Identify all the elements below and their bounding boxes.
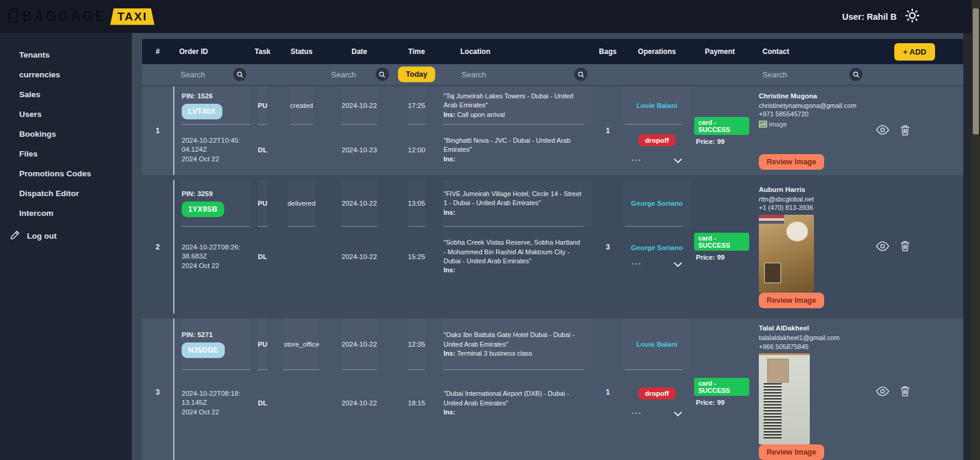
broken-image-alt: image [769, 121, 787, 128]
time-cell: 12:35 18:15 [391, 318, 442, 460]
operator-link[interactable]: Louie Balani [637, 341, 677, 348]
id-card-image[interactable] [759, 353, 810, 444]
chevron-down-icon[interactable] [674, 155, 682, 166]
chevron-down-icon[interactable] [674, 408, 682, 419]
suitcase-icon [8, 11, 18, 23]
eye-icon [876, 125, 889, 137]
eye-icon [876, 386, 889, 398]
ellipsis-menu[interactable]: ... [632, 260, 642, 264]
created-date: 2024 Oct 22 [182, 155, 250, 164]
review-image-button[interactable]: Review Image [759, 293, 824, 308]
contact-cell: Auburn Harris rttn@sbcglobal.net +1 (470… [749, 180, 866, 314]
order-code-badge[interactable]: N35DDE [182, 342, 225, 358]
contact-search-input[interactable] [761, 70, 800, 80]
review-image-button[interactable]: Review Image [759, 444, 824, 460]
status-cell: created [275, 86, 328, 175]
bags-cell: 3 [592, 180, 623, 314]
location-search-input[interactable] [460, 70, 499, 80]
status-pu: created [290, 102, 313, 109]
ellipsis-menu[interactable]: ... [632, 157, 642, 160]
pickup-location: "Taj Jumeirah Lakes Towers - Dubai - Uni… [444, 92, 584, 110]
order-search-input[interactable] [179, 70, 218, 80]
date-cell: 2024-10-22 2024-10-23 [328, 86, 391, 175]
sidebar-item-dispatch-editor[interactable]: Dispatch Editor [0, 184, 132, 203]
search-icon[interactable] [849, 68, 863, 81]
pickup-location: "Oaks Ibn Battuta Gate Hotel Dubai - Dub… [444, 330, 584, 349]
delete-button[interactable] [900, 125, 910, 137]
date-search-input[interactable] [330, 70, 369, 80]
today-filter-button[interactable]: Today [398, 67, 435, 82]
contact-email: rttn@sbcglobal.net [759, 195, 863, 204]
payment-cell: card - SUCCESS Price: 99 [690, 318, 749, 460]
table-row: 1 PIN: 1526 LVT40X 2024-10-22T10:45:04.1… [142, 86, 963, 175]
eye-icon [876, 241, 889, 253]
row-number: 1 [142, 86, 173, 175]
time-cell: 13:05 15:25 [391, 180, 442, 314]
operations-more[interactable]: ... [632, 258, 682, 269]
col-payment: Payment [690, 47, 749, 56]
location-cell: "FIVE Jumeirah Village Hotel, Circle 14 … [442, 180, 592, 314]
vertical-scrollbar [972, 0, 980, 460]
time-dl: 15:25 [408, 253, 426, 260]
sidebar-item-tenants[interactable]: Tenants [0, 45, 132, 65]
search-icon[interactable] [574, 68, 587, 81]
sidebar-item-bookings[interactable]: Bookings [0, 124, 132, 144]
sidebar-item-files[interactable]: Files [0, 144, 132, 164]
table-row: 3 PIN: 5271 N35DDE 2024-10-22T08:18:13.1… [142, 318, 963, 460]
row-number: 3 [142, 318, 173, 460]
sidebar-item-users[interactable]: Users [0, 104, 132, 124]
view-button[interactable] [876, 241, 889, 253]
operations-more[interactable]: ... [632, 408, 682, 419]
logout-label: Log out [27, 231, 56, 240]
order-code-badge[interactable]: 1YX9SB [182, 202, 224, 217]
sidebar-item-promotions-codes[interactable]: Promotions Codes [0, 164, 132, 184]
row-number: 2 [142, 180, 173, 314]
status-cell: store_office [275, 318, 328, 460]
add-button[interactable]: + ADD [894, 43, 936, 61]
operator-link[interactable]: George Soriano [631, 200, 683, 207]
ellipsis-menu[interactable]: ... [632, 410, 642, 413]
contact-phone: +971 585545720 [759, 110, 863, 119]
col-num: # [142, 47, 173, 56]
time-dl: 18:15 [408, 399, 426, 407]
contact-cell: Christine Mugona christinetynamugona@gma… [749, 86, 866, 175]
contact-name: Christine Mugona [759, 92, 863, 101]
dropoff-badge[interactable]: dropoff [638, 387, 676, 399]
created-date: 2024 Oct 22 [182, 408, 250, 417]
delete-button[interactable] [900, 386, 910, 398]
row-actions [866, 318, 963, 460]
operations-cell: Louie Balani dropoff ... [623, 318, 690, 460]
search-icon[interactable] [233, 68, 246, 81]
table-right-gutter [963, 33, 972, 460]
theme-toggle-button[interactable] [904, 8, 920, 25]
sidebar-item-intercom[interactable]: Intercom [0, 203, 132, 223]
dropoff-badge[interactable]: dropoff [638, 134, 676, 146]
delete-button[interactable] [900, 240, 910, 253]
user-label: User: Rahil B [842, 12, 897, 22]
view-button[interactable] [876, 125, 889, 137]
operator-link[interactable]: George Soriano [631, 244, 683, 251]
trash-icon [900, 240, 910, 253]
payment-status-badge: card - SUCCESS [694, 378, 749, 396]
contact-phone: +966 505875845 [759, 342, 863, 351]
chevron-down-icon[interactable] [674, 258, 682, 269]
col-bags: Bags [592, 47, 623, 56]
operations-cell: Louie Balani dropoff ... [623, 86, 690, 175]
review-image-button[interactable]: Review Image [759, 154, 824, 170]
scrollbar-thumb[interactable] [973, 8, 979, 134]
passport-image[interactable] [759, 215, 814, 293]
col-task: Task [250, 47, 275, 56]
time-pu: 17:25 [408, 102, 426, 109]
status-pu: store_office [284, 341, 319, 348]
order-code-badge[interactable]: LVT40X [182, 104, 222, 119]
view-button[interactable] [876, 386, 889, 398]
sidebar-item-sales[interactable]: Sales [0, 85, 132, 104]
task-dl: DL [258, 146, 267, 154]
logout-button[interactable]: Log out [0, 223, 132, 247]
search-icon[interactable] [376, 68, 389, 81]
date-cell: 2024-10-22 2024-10-22 [328, 318, 391, 460]
order-id-cell: PIN: 5271 N35DDE 2024-10-22T08:18:13.145… [173, 318, 250, 460]
operations-more[interactable]: ... [632, 155, 682, 166]
operator-link[interactable]: Louie Balani [637, 102, 677, 109]
sidebar-item-currencies[interactable]: currencies [0, 65, 132, 85]
